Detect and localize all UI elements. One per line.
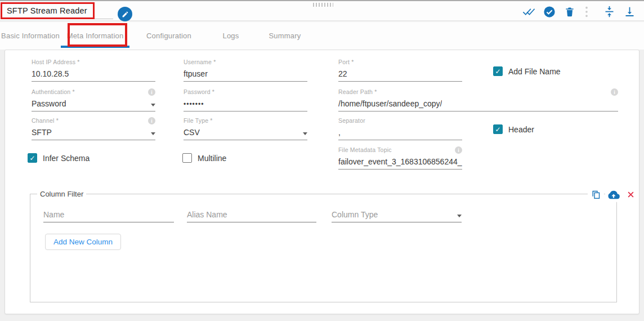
tab-meta-information[interactable]: Meta Information <box>61 22 129 49</box>
header-checkbox[interactable] <box>493 124 503 134</box>
validate-all-icon[interactable] <box>522 5 535 18</box>
column-filter-group: Column Filter Column Type Add New Column <box>30 194 617 302</box>
chevron-down-icon <box>151 104 155 106</box>
file-type-select[interactable]: File Type * CSV <box>184 117 307 140</box>
chevron-down-icon <box>151 132 155 135</box>
info-icon[interactable] <box>148 88 155 96</box>
column-filter-actions <box>588 186 639 203</box>
infer-schema-label: Infer Schema <box>43 154 90 163</box>
add-file-name-checkbox[interactable] <box>493 66 503 76</box>
tab-configuration[interactable]: Configuration <box>129 22 208 49</box>
edit-title-button[interactable] <box>118 7 132 21</box>
infer-schema-checkbox-row[interactable]: Infer Schema <box>28 153 90 163</box>
pencil-icon <box>122 11 129 18</box>
header-actions <box>522 5 636 18</box>
host-ip-field[interactable]: Host IP Address * 10.10.28.5 <box>32 59 155 82</box>
separator-label: Separator <box>338 117 365 124</box>
info-icon[interactable] <box>148 117 155 124</box>
multiline-label: Multiline <box>198 154 226 163</box>
authentication-select[interactable]: Authentication * Password <box>32 88 155 112</box>
info-icon[interactable] <box>611 88 618 96</box>
file-metadata-topic-value: failover_event_3_1683106856244_178 <box>338 157 462 166</box>
column-type-placeholder: Column Type <box>332 210 378 219</box>
reader-path-value: /home/ftpuser/sandeep_copy/ <box>338 99 442 108</box>
username-field[interactable]: Username * ftpuser <box>184 59 307 82</box>
header-bar: SFTP Stream Reader <box>0 0 644 21</box>
tab-basic-information[interactable]: Basic Information <box>0 22 61 49</box>
authentication-label: Authentication * <box>32 88 75 95</box>
password-value: ••••••• <box>184 100 204 108</box>
add-file-name-checkbox-row[interactable]: Add File Name <box>493 66 561 76</box>
password-field[interactable]: Password * ••••••• <box>184 88 307 112</box>
chevron-down-icon <box>457 215 462 217</box>
authentication-value: Password <box>32 99 66 108</box>
copy-icon[interactable] <box>588 186 604 203</box>
infer-schema-checkbox[interactable] <box>28 153 37 163</box>
tab-logs[interactable]: Logs <box>208 22 253 49</box>
header-checkbox-label: Header <box>508 125 534 134</box>
remove-icon[interactable] <box>623 186 639 203</box>
host-ip-label: Host IP Address * <box>32 59 80 65</box>
separator-value: , <box>338 128 341 137</box>
drag-dots-icon[interactable] <box>313 3 333 7</box>
multiline-checkbox[interactable] <box>182 153 192 163</box>
reader-path-field[interactable]: Reader Path * /home/ftpuser/sandeep_copy… <box>338 88 618 112</box>
file-type-label: File Type * <box>184 117 213 124</box>
file-metadata-topic-field[interactable]: File Metadata Topic failover_event_3_168… <box>338 146 462 170</box>
username-value: ftpuser <box>184 69 208 78</box>
more-options-icon[interactable] <box>583 5 590 18</box>
chevron-down-icon <box>303 132 307 135</box>
info-icon[interactable] <box>455 146 462 154</box>
column-type-select[interactable]: Column Type <box>332 207 462 222</box>
meta-information-panel: Host IP Address * 10.10.28.5 Username * … <box>5 50 639 314</box>
column-name-input[interactable] <box>43 207 174 222</box>
cloud-upload-icon[interactable] <box>605 186 621 203</box>
multiline-checkbox-row[interactable]: Multiline <box>182 153 226 163</box>
add-file-name-label: Add File Name <box>508 67 561 76</box>
port-field[interactable]: Port * 22 <box>338 59 462 82</box>
port-value: 22 <box>338 69 347 78</box>
host-ip-value: 10.10.28.5 <box>32 69 69 78</box>
active-tab-indicator <box>61 46 129 48</box>
file-metadata-topic-label: File Metadata Topic <box>338 146 392 153</box>
channel-value: SFTP <box>32 128 52 137</box>
username-label: Username * <box>184 59 216 65</box>
collapse-vertical-icon[interactable] <box>603 5 616 18</box>
page-title: SFTP Stream Reader <box>7 6 87 15</box>
header-checkbox-row[interactable]: Header <box>493 124 534 134</box>
title-underline <box>6 19 113 19</box>
channel-select[interactable]: Channel * SFTP <box>32 117 155 140</box>
column-filter-legend: Column Filter <box>37 190 86 198</box>
separator-field[interactable]: Separator , <box>338 117 462 140</box>
delete-icon[interactable] <box>563 5 576 18</box>
download-icon[interactable] <box>623 5 636 18</box>
alias-name-input[interactable] <box>187 207 316 222</box>
channel-label: Channel * <box>32 117 59 124</box>
add-new-column-button[interactable]: Add New Column <box>45 234 121 250</box>
password-label: Password * <box>184 88 214 95</box>
tab-summary[interactable]: Summary <box>253 22 316 49</box>
reader-path-label: Reader Path * <box>338 88 377 95</box>
save-check-icon[interactable] <box>543 5 556 18</box>
file-type-value: CSV <box>184 128 200 137</box>
port-label: Port * <box>338 59 354 65</box>
